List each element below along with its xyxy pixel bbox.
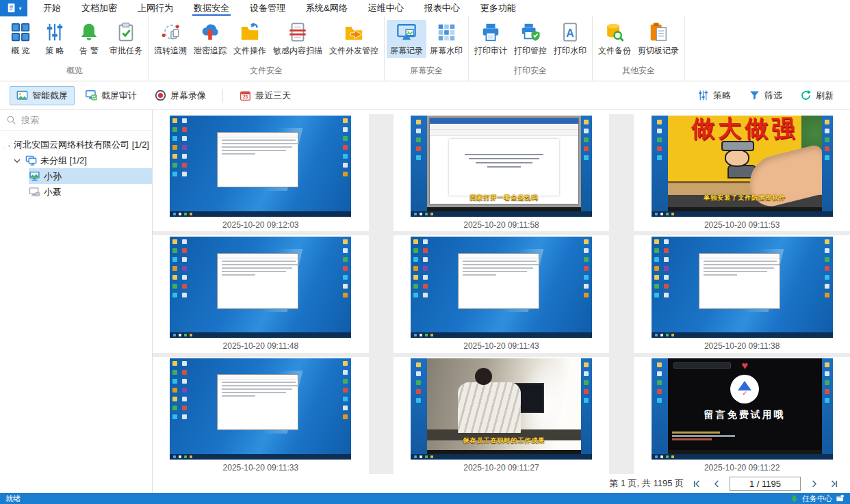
menu-tab-ops-center[interactable]: 运维中心 bbox=[358, 0, 414, 16]
menu-tab-data-security[interactable]: 数据安全 bbox=[183, 0, 240, 16]
screenshot-thumbnail[interactable] bbox=[170, 116, 351, 217]
menu-tab-start[interactable]: 开始 bbox=[33, 0, 71, 16]
desktop-icon-dot bbox=[172, 136, 177, 141]
folder-return-icon bbox=[240, 22, 260, 42]
tree-node-company-root[interactable]: 河北安国云网络科技有限公司 [1/2] bbox=[3, 137, 152, 152]
screenshot-card[interactable]: 2025-10-20 09:11:38 bbox=[634, 235, 850, 352]
ribbon-button-print-audit[interactable]: 打印审计 bbox=[471, 20, 511, 58]
ribbon-button-clipboard-record[interactable]: 剪切板记录 bbox=[634, 20, 682, 58]
grid-icon bbox=[10, 22, 31, 42]
ribbon-button-label: 剪切板记录 bbox=[638, 45, 679, 57]
taskbar-icon-dot bbox=[190, 213, 192, 215]
caret-down-icon bbox=[3, 146, 5, 148]
ribbon-button-alert[interactable]: 告 警 bbox=[72, 20, 106, 58]
screenshot-thumbnail[interactable] bbox=[652, 237, 833, 338]
tree-node-terminal-xiaosun[interactable]: 小孙 bbox=[29, 168, 152, 184]
screenshot-card[interactable]: 2025-10-20 09:12:03 bbox=[153, 114, 369, 231]
first-page-button[interactable] bbox=[690, 477, 704, 490]
person-head bbox=[475, 368, 492, 385]
toolbar-button-smart-capture[interactable]: 智能截屏 bbox=[10, 86, 75, 105]
menu-tab-report-center[interactable]: 报表中心 bbox=[414, 0, 470, 16]
ribbon-button-print-control[interactable]: 打印管控 bbox=[511, 20, 550, 58]
menu-tab-doc-encrypt[interactable]: 文档加密 bbox=[71, 0, 127, 16]
last-page-button[interactable] bbox=[827, 477, 840, 490]
ribbon-button-flow-trace[interactable]: 流转追溯 bbox=[151, 20, 190, 58]
desktop-icon-dot bbox=[657, 380, 662, 385]
screenshot-card[interactable]: ♥✓留言免费试用哦2025-10-20 09:11:22 bbox=[634, 357, 850, 474]
ribbon-button-approval-tasks[interactable]: 审批任务 bbox=[106, 20, 146, 58]
menu-tab-more-features[interactable]: 更多功能 bbox=[470, 0, 526, 16]
screenshot-thumbnail[interactable]: 保存员工在职时的工作成果 bbox=[411, 358, 592, 460]
screenshot-thumbnail[interactable]: 回家打开一看全是乱码 bbox=[411, 116, 592, 217]
caret-down-icon bbox=[12, 156, 22, 165]
desktop-icon-dot bbox=[657, 120, 662, 124]
ribbon-button-print-watermark[interactable]: A打印水印 bbox=[550, 20, 590, 58]
caret-container[interactable] bbox=[3, 140, 5, 150]
screenshot-thumbnail[interactable] bbox=[411, 237, 592, 338]
ribbon-button-overview[interactable]: 概 览 bbox=[3, 20, 38, 58]
menu-tab-device-mgmt[interactable]: 设备管理 bbox=[240, 0, 296, 16]
desktop-icon-dot bbox=[182, 127, 187, 132]
desktop-icon-dot bbox=[172, 118, 177, 123]
screenshot-card[interactable]: 2025-10-20 09:11:33 bbox=[153, 357, 369, 474]
window-titlebar bbox=[459, 254, 539, 258]
toolbar-button-screen-recording[interactable]: 屏幕录像 bbox=[148, 86, 213, 105]
doc-scan-icon bbox=[287, 22, 308, 42]
text-line bbox=[487, 166, 520, 168]
screenshot-card[interactable]: 2025-10-20 09:11:48 bbox=[153, 235, 369, 352]
ribbon-group-items: 打印审计打印管控A打印水印 bbox=[471, 16, 590, 63]
screenshot-timestamp: 2025-10-20 09:12:03 bbox=[222, 220, 298, 230]
ribbon-button-file-operations[interactable]: 文件操作 bbox=[230, 20, 270, 58]
desktop-icon-dot bbox=[664, 293, 669, 297]
screenshot-thumbnail[interactable]: 做大做强单独安装了文件防泄密软件 bbox=[652, 116, 833, 217]
tree-node-ungrouped[interactable]: 未分组 [1/2] bbox=[12, 152, 152, 168]
screenshot-card[interactable]: 2025-10-20 09:11:43 bbox=[394, 235, 610, 352]
screenshot-card[interactable]: 回家打开一看全是乱码2025-10-20 09:11:58 bbox=[394, 114, 610, 231]
search-input[interactable] bbox=[21, 115, 146, 125]
desktop-icon-dot bbox=[172, 127, 177, 132]
toolbar-button-last-three-days[interactable]: 23最近三天 bbox=[233, 86, 298, 105]
screenshot-card[interactable]: 保存员工在职时的工作成果2025-10-20 09:11:27 bbox=[394, 357, 610, 474]
screenshot-thumbnail[interactable] bbox=[170, 358, 351, 460]
screenshot-thumbnail[interactable]: ♥✓留言免费试用哦 bbox=[652, 358, 833, 460]
taskbar-icon-dot bbox=[425, 213, 428, 215]
ribbon-button-leak-trace[interactable]: 泄密追踪 bbox=[190, 20, 230, 58]
ribbon-button-screen-watermark[interactable]: 屏幕水印 bbox=[426, 20, 466, 58]
ribbon-button-file-backup[interactable]: 文件备份 bbox=[595, 20, 634, 58]
page-number-input[interactable] bbox=[730, 477, 801, 491]
prev-page-button[interactable] bbox=[710, 477, 723, 490]
toolbar-button-filter[interactable]: 筛选 bbox=[742, 86, 789, 105]
ribbon-button-outgoing-control[interactable]: 文件外发管控 bbox=[326, 20, 382, 58]
desktop-icon-dot bbox=[343, 127, 348, 132]
menu-tab-system-network[interactable]: 系统&网络 bbox=[296, 0, 358, 16]
task-center-button[interactable]: 任务中心 bbox=[790, 494, 845, 504]
toolbar-button-policy[interactable]: 策略 bbox=[691, 86, 738, 105]
desktop-icon-dot bbox=[182, 361, 187, 366]
last-page-icon bbox=[829, 479, 839, 489]
ribbon-button-sensitive-scan[interactable]: 敏感内容扫描 bbox=[270, 20, 326, 58]
ribbon-button-screen-record[interactable]: 屏幕记录 bbox=[387, 20, 426, 58]
ribbon-group-label: 打印安全 bbox=[471, 63, 590, 81]
toolbar-button-refresh[interactable]: 刷新 bbox=[793, 86, 840, 105]
taskbar-icon-dot bbox=[190, 334, 192, 336]
desktop-icon-dot bbox=[182, 406, 187, 410]
text-line bbox=[222, 153, 255, 155]
text-line bbox=[476, 162, 533, 163]
toolbar-button-capture-audit[interactable]: 截屏审计 bbox=[79, 86, 144, 105]
next-page-button[interactable] bbox=[807, 477, 821, 490]
desktop-icon-dot bbox=[343, 414, 348, 419]
desktop-edge-right bbox=[822, 358, 833, 460]
pagination: 第 1 页, 共 1195 页 bbox=[153, 474, 850, 493]
screenshot-thumbnail[interactable] bbox=[170, 237, 351, 338]
taskbar-icon-dot bbox=[414, 213, 417, 215]
ribbon-button-policy[interactable]: 策 略 bbox=[38, 20, 72, 58]
screenshot-card[interactable]: 做大做强单独安装了文件防泄密软件2025-10-20 09:11:53 bbox=[634, 114, 850, 231]
app-menu-button[interactable]: ▾ bbox=[0, 0, 27, 16]
taskbar-icon-dot bbox=[179, 334, 181, 336]
desktop-icon-dot bbox=[172, 239, 177, 244]
desktop-icon-dot bbox=[182, 293, 187, 297]
menu-tab-web-behavior[interactable]: 上网行为 bbox=[127, 0, 183, 16]
desktop-edge-left bbox=[411, 358, 427, 460]
caret-container[interactable] bbox=[12, 156, 22, 165]
tree-node-terminal-xiaonie[interactable]: 小聂 bbox=[29, 184, 152, 200]
